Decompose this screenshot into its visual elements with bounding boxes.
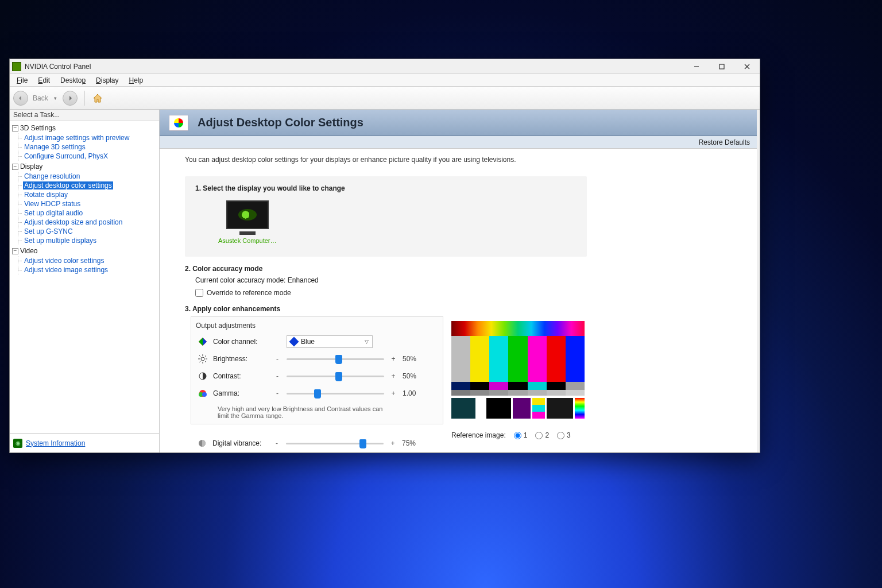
select-task-header: Select a Task... bbox=[10, 110, 159, 121]
system-information-link[interactable]: System Information bbox=[26, 439, 85, 447]
contrast-label: Contrast: bbox=[213, 372, 268, 380]
display-tile[interactable]: Asustek Computer… bbox=[218, 200, 276, 244]
nvidia-control-panel-window: NVIDIA Control Panel File Edit Desktop D… bbox=[9, 59, 760, 453]
vibrance-plus: + bbox=[389, 439, 396, 447]
override-label: Override to reference mode bbox=[207, 289, 291, 297]
digital-vibrance-value: 75% bbox=[402, 439, 426, 447]
svg-point-4 bbox=[201, 357, 204, 361]
forward-button[interactable] bbox=[63, 91, 78, 106]
minimize-button[interactable] bbox=[684, 59, 709, 74]
gamma-icon bbox=[198, 389, 207, 398]
category-video[interactable]: Video bbox=[20, 247, 37, 255]
restore-defaults-link[interactable]: Restore Defaults bbox=[699, 138, 750, 146]
sidebar-item-adjust-image-settings[interactable]: Adjust image settings with preview bbox=[23, 134, 130, 142]
step1-panel: 1. Select the display you would like to … bbox=[185, 176, 587, 257]
menu-desktop[interactable]: Desktop bbox=[56, 75, 90, 86]
titlebar: NVIDIA Control Panel bbox=[10, 59, 760, 74]
svg-line-11 bbox=[205, 355, 206, 357]
gamma-note: Very high and very low Brightness and Co… bbox=[218, 405, 384, 419]
gamma-minus: - bbox=[274, 389, 281, 397]
task-sidebar: Select a Task... −3D Settings Adjust ima… bbox=[10, 110, 160, 452]
info-icon: ◉ bbox=[13, 439, 22, 448]
back-dropdown-icon[interactable]: ▾ bbox=[54, 95, 57, 101]
brightness-label: Brightness: bbox=[213, 355, 268, 363]
color-channel-select[interactable]: Blue ▽ bbox=[287, 335, 373, 348]
gamma-value: 1.00 bbox=[403, 389, 427, 397]
sidebar-item-adjust-desktop-color[interactable]: Adjust desktop color settings bbox=[23, 181, 113, 189]
sidebar-item-configure-surround[interactable]: Configure Surround, PhysX bbox=[23, 152, 109, 160]
gamma-slider[interactable] bbox=[287, 388, 384, 399]
sidebar-item-rotate-display[interactable]: Rotate display bbox=[23, 191, 69, 199]
brightness-plus: + bbox=[390, 355, 397, 363]
sidebar-item-video-color[interactable]: Adjust video color settings bbox=[23, 257, 105, 265]
back-button[interactable] bbox=[13, 91, 28, 106]
contrast-slider[interactable] bbox=[287, 371, 384, 381]
menu-display[interactable]: Display bbox=[91, 75, 123, 86]
expander-video[interactable]: − bbox=[12, 248, 18, 254]
brightness-value: 50% bbox=[403, 355, 427, 363]
sidebar-item-multiple-displays[interactable]: Set up multiple displays bbox=[23, 237, 98, 245]
menu-help[interactable]: Help bbox=[124, 75, 148, 86]
close-button[interactable] bbox=[734, 59, 760, 74]
step3-heading: 3. Apply color enhancements bbox=[185, 305, 741, 313]
sidebar-item-gsync[interactable]: Set up G-SYNC bbox=[23, 227, 74, 235]
task-tree: −3D Settings Adjust image settings with … bbox=[10, 121, 159, 433]
reference-image-selector: Reference image: 1 2 3 bbox=[451, 431, 585, 439]
sidebar-item-digital-audio[interactable]: Set up digital audio bbox=[23, 209, 84, 217]
override-checkbox[interactable] bbox=[195, 289, 203, 297]
svg-point-16 bbox=[202, 392, 207, 397]
reference-image-radio-1[interactable] bbox=[514, 432, 521, 439]
color-settings-icon bbox=[169, 115, 188, 131]
svg-line-12 bbox=[199, 361, 200, 362]
digital-vibrance-slider[interactable] bbox=[286, 438, 384, 448]
window-title: NVIDIA Control Panel bbox=[25, 63, 91, 71]
step2-heading: 2. Color accuracy mode bbox=[185, 265, 741, 273]
output-adjustments-label: Output adjustments bbox=[196, 322, 436, 330]
svg-rect-1 bbox=[719, 64, 724, 69]
output-adjustments-group: Output adjustments Color channel: Blue ▽ bbox=[191, 316, 443, 424]
maximize-button[interactable] bbox=[709, 59, 734, 74]
sidebar-item-video-image[interactable]: Adjust video image settings bbox=[23, 266, 109, 274]
main-pane: Adjust Desktop Color Settings Restore De… bbox=[160, 110, 760, 452]
reference-image-label: Reference image: bbox=[451, 431, 506, 439]
menubar: File Edit Desktop Display Help bbox=[10, 74, 760, 87]
content-area: You can adjust desktop color settings fo… bbox=[160, 149, 757, 452]
svg-line-10 bbox=[205, 361, 206, 362]
nvidia-app-icon bbox=[12, 62, 21, 71]
page-header: Adjust Desktop Color Settings bbox=[160, 110, 757, 136]
chevron-down-icon: ▽ bbox=[365, 339, 369, 345]
brightness-icon bbox=[198, 354, 207, 363]
vibrance-minus: - bbox=[273, 439, 280, 447]
sidebar-footer: ◉ System Information bbox=[10, 433, 159, 452]
sidebar-item-manage-3d-settings[interactable]: Manage 3D settings bbox=[23, 143, 87, 151]
expander-display[interactable]: − bbox=[12, 164, 18, 170]
home-icon[interactable] bbox=[92, 92, 103, 104]
contrast-minus: - bbox=[274, 372, 281, 380]
contrast-value: 50% bbox=[403, 372, 427, 380]
page-title: Adjust Desktop Color Settings bbox=[198, 116, 363, 129]
current-color-mode: Current color accuracy mode: Enhanced bbox=[195, 276, 741, 284]
brightness-minus: - bbox=[274, 355, 281, 363]
sidebar-item-view-hdcp[interactable]: View HDCP status bbox=[23, 200, 82, 208]
digital-vibrance-icon bbox=[198, 439, 207, 448]
restore-defaults-bar: Restore Defaults bbox=[160, 136, 757, 149]
sidebar-item-change-resolution[interactable]: Change resolution bbox=[23, 172, 81, 180]
monitor-icon bbox=[226, 200, 269, 229]
gamma-plus: + bbox=[390, 389, 397, 397]
gamma-label: Gamma: bbox=[213, 389, 268, 397]
menu-file[interactable]: File bbox=[12, 75, 32, 86]
category-3d-settings[interactable]: 3D Settings bbox=[20, 124, 56, 132]
reference-image-preview bbox=[451, 321, 585, 419]
menu-edit[interactable]: Edit bbox=[33, 75, 55, 86]
reference-image-radio-2[interactable] bbox=[535, 432, 543, 439]
expander-3d[interactable]: − bbox=[12, 125, 18, 131]
color-channel-value: Blue bbox=[301, 338, 315, 346]
reference-image-radio-3[interactable] bbox=[557, 432, 564, 439]
page-description: You can adjust desktop color settings fo… bbox=[185, 156, 741, 164]
brightness-slider[interactable] bbox=[287, 354, 384, 364]
back-label: Back bbox=[33, 94, 48, 102]
svg-line-9 bbox=[199, 355, 200, 357]
sidebar-item-desktop-size-position[interactable]: Adjust desktop size and position bbox=[23, 218, 123, 226]
toolbar-separator bbox=[84, 91, 85, 106]
category-display[interactable]: Display bbox=[20, 163, 42, 171]
